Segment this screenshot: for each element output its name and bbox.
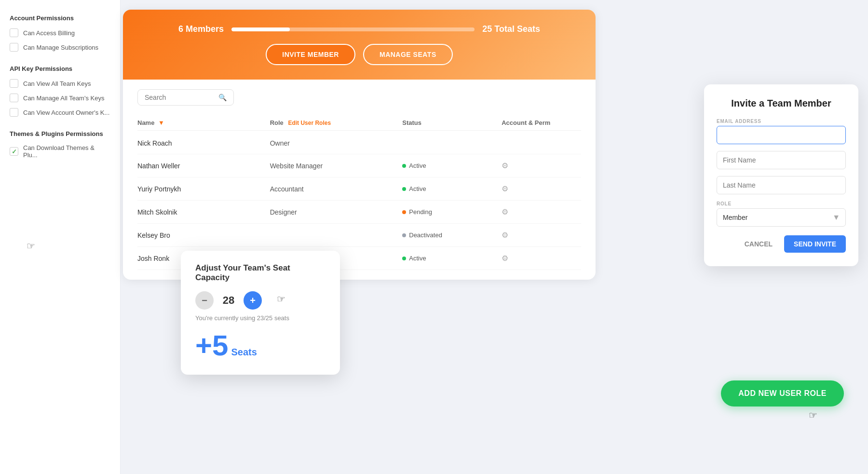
cursor-icon: ☞ [27, 240, 35, 252]
member-gear-5[interactable]: ⚙ [502, 230, 581, 240]
role-form-group: ROLE Member Admin Owner Viewer ▼ [717, 201, 846, 227]
permission-label-view-keys: Can View All Team Keys [23, 80, 91, 87]
search-input[interactable] [145, 94, 215, 101]
cursor-role-icon: ☞ [809, 409, 817, 421]
member-name-1: Nick Roach [137, 139, 270, 147]
permission-label-manage-keys: Can Manage All Team's Keys [23, 95, 104, 102]
member-gear-3[interactable]: ⚙ [502, 184, 581, 193]
member-name-5: Kelsey Bro [137, 231, 270, 239]
checkbox-download-themes[interactable]: ✓ [10, 147, 18, 156]
api-key-permissions-section: API Key Permissions Can View All Team Ke… [10, 65, 110, 117]
checkbox-owner-keys[interactable] [10, 108, 18, 117]
seat-count: 28 [221, 294, 236, 307]
themes-plugins-title: Themes & Plugins Permissions [10, 130, 110, 137]
add-new-user-role-button[interactable]: ADD NEW USER ROLE [721, 380, 844, 406]
progress-bar-container [231, 27, 475, 31]
last-name-form-group [717, 176, 846, 194]
col-name-header: Name ▼ [137, 119, 270, 126]
members-label: 6 Members [178, 24, 224, 34]
member-status-4: Pending [402, 208, 502, 216]
search-bar: 🔍 [137, 89, 234, 106]
orange-banner: 6 Members 25 Total Seats INVITE MEMBER M… [123, 10, 596, 80]
role-select[interactable]: Member Admin Owner Viewer [717, 208, 846, 227]
status-dot-active-icon [402, 164, 406, 168]
table-row: Kelsey Bro Deactivated ⚙ [137, 224, 581, 247]
table-row: Nathan Weller Website Manager Active ⚙ [137, 154, 581, 177]
search-icon: 🔍 [218, 94, 227, 101]
first-name-input[interactable] [717, 151, 846, 169]
sort-arrow-icon: ▼ [158, 119, 164, 126]
decrease-seat-button[interactable]: − [195, 291, 214, 310]
seats-label: 25 Total Seats [482, 24, 540, 34]
status-dot-active-icon [402, 187, 406, 191]
permission-item-manage-keys: Can Manage All Team's Keys [10, 94, 110, 102]
invite-actions: CANCEL SEND INVITE [717, 235, 846, 253]
col-status-header: Status [402, 119, 502, 126]
first-name-form-group [717, 151, 846, 169]
table-header: Name ▼ Role Edit User Roles Status Accou… [137, 115, 581, 131]
member-name-4: Mitch Skolnik [137, 208, 270, 216]
email-label: EMAIL ADDRESS [717, 119, 846, 124]
seats-info: 6 Members 25 Total Seats [178, 24, 540, 34]
email-form-group: EMAIL ADDRESS [717, 119, 846, 144]
member-status-3: Active [402, 185, 502, 192]
table-area: 🔍 Name ▼ Role Edit User Roles Status Acc… [123, 80, 596, 280]
api-key-permissions-title: API Key Permissions [10, 65, 110, 72]
status-dot-pending-icon [402, 210, 406, 214]
seat-capacity-popup: Adjust Your Team's Seat Capacity − 28 + … [181, 251, 340, 375]
member-status-2: Active [402, 162, 502, 169]
email-input[interactable] [717, 126, 846, 144]
member-gear-4[interactable]: ⚙ [502, 207, 581, 217]
permission-label-download-themes: Can Download Themes & Plu... [23, 144, 110, 159]
member-gear-2[interactable]: ⚙ [502, 161, 581, 170]
checkbox-manage-keys[interactable] [10, 94, 18, 102]
member-role-1: Owner [270, 139, 403, 147]
table-row: Nick Roach Owner [137, 133, 581, 154]
cancel-button[interactable]: CANCEL [739, 235, 778, 253]
table-row: Yuriy Portnykh Accountant Active ⚙ [137, 177, 581, 201]
invite-member-button[interactable]: INVITE MEMBER [266, 44, 355, 65]
permission-label-owner-keys: Can View Account Owner's K... [23, 109, 109, 116]
popup-title: Adjust Your Team's Seat Capacity [195, 263, 326, 283]
seat-usage-text: You're currently using 23/25 seats [195, 314, 326, 322]
edit-user-roles-link[interactable]: Edit User Roles [288, 120, 331, 126]
invite-panel-title: Invite a Team Member [717, 98, 846, 109]
permission-item-subscriptions: Can Manage Subscriptions [10, 43, 110, 52]
status-dot-active-icon [402, 257, 406, 260]
send-invite-button[interactable]: SEND INVITE [784, 235, 846, 253]
themes-plugins-permissions-section: Themes & Plugins Permissions ✓ Can Downl… [10, 130, 110, 159]
checkbox-subscriptions[interactable] [10, 43, 18, 52]
delta-number: +5 [195, 331, 228, 360]
checkbox-billing[interactable] [10, 28, 18, 37]
member-role-4: Designer [270, 208, 403, 216]
checkmark-icon: ✓ [12, 148, 17, 155]
last-name-input[interactable] [717, 176, 846, 194]
permission-label-subscriptions: Can Manage Subscriptions [23, 44, 98, 51]
seat-delta: +5 Seats [195, 331, 326, 360]
increase-seat-button[interactable]: + [244, 291, 262, 310]
status-dot-deactivated-icon [402, 233, 406, 237]
account-permissions-title: Account Permissions [10, 14, 110, 22]
col-account-header: Account & Perm [502, 119, 581, 126]
member-gear-6[interactable]: ⚙ [502, 254, 581, 263]
manage-seats-button[interactable]: MANAGE SEATS [363, 44, 453, 65]
delta-label: Seats [231, 347, 257, 358]
account-permissions-section: Account Permissions Can Access Billing C… [10, 14, 110, 52]
seat-stepper: − 28 + [195, 291, 326, 310]
main-content: 6 Members 25 Total Seats INVITE MEMBER M… [123, 10, 596, 280]
member-name-2: Nathan Weller [137, 162, 270, 170]
permission-item-owner-keys: Can View Account Owner's K... [10, 108, 110, 117]
permission-item-view-keys: Can View All Team Keys [10, 79, 110, 88]
role-select-wrapper: Member Admin Owner Viewer ▼ [717, 208, 846, 227]
sidebar: Account Permissions Can Access Billing C… [0, 0, 121, 474]
member-status-5: Deactivated [402, 231, 502, 239]
member-role-2: Website Manager [270, 162, 403, 170]
permission-item-billing: Can Access Billing [10, 28, 110, 37]
member-role-3: Accountant [270, 185, 403, 193]
checkbox-view-keys[interactable] [10, 79, 18, 88]
progress-bar-fill [231, 27, 290, 31]
permission-item-download-themes: ✓ Can Download Themes & Plu... [10, 144, 110, 159]
banner-buttons: INVITE MEMBER MANAGE SEATS [266, 44, 452, 65]
role-label: ROLE [717, 201, 846, 206]
col-role-header: Role Edit User Roles [270, 119, 403, 126]
